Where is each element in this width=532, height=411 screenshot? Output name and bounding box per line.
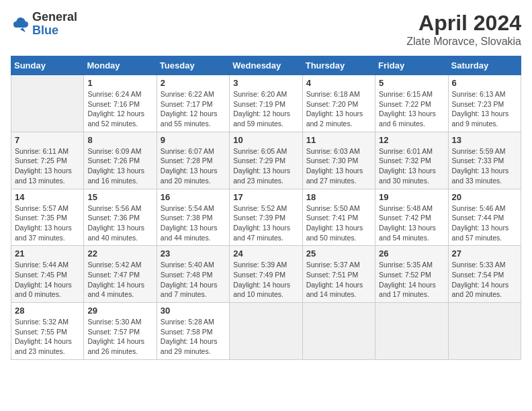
calendar-day-cell: 6Sunrise: 6:13 AMSunset: 7:23 PMDaylight… [448,75,521,132]
calendar-day-cell: 13Sunrise: 5:59 AMSunset: 7:33 PMDayligh… [448,132,521,189]
calendar-day-cell: 9Sunrise: 6:07 AMSunset: 7:28 PMDaylight… [157,132,229,189]
calendar-week-row: 1Sunrise: 6:24 AMSunset: 7:16 PMDaylight… [11,75,521,132]
day-number: 20 [452,192,517,202]
day-info: Sunrise: 5:44 AMSunset: 7:45 PMDaylight:… [15,260,80,300]
day-info: Sunrise: 5:42 AMSunset: 7:47 PMDaylight:… [87,260,152,300]
calendar-week-row: 14Sunrise: 5:57 AMSunset: 7:35 PMDayligh… [11,189,521,246]
calendar-day-cell: 19Sunrise: 5:48 AMSunset: 7:42 PMDayligh… [375,189,448,246]
day-number: 22 [87,248,152,259]
weekday-header-row: SundayMondayTuesdayWednesdayThursdayFrid… [11,56,521,75]
day-number: 23 [161,248,226,259]
day-number: 10 [233,135,298,145]
day-number: 4 [306,78,371,88]
day-info: Sunrise: 6:15 AMSunset: 7:22 PMDaylight:… [379,89,444,129]
day-info: Sunrise: 5:32 AMSunset: 7:55 PMDaylight:… [15,317,80,357]
day-number: 17 [233,192,298,202]
weekday-header-cell: Tuesday [157,56,229,75]
calendar-day-cell: 17Sunrise: 5:52 AMSunset: 7:39 PMDayligh… [230,189,302,246]
calendar-day-cell [375,303,448,360]
calendar-week-row: 28Sunrise: 5:32 AMSunset: 7:55 PMDayligh… [11,303,521,360]
day-number: 18 [306,192,371,202]
day-info: Sunrise: 5:57 AMSunset: 7:35 PMDaylight:… [15,203,80,243]
day-number: 14 [15,192,80,202]
calendar-day-cell: 1Sunrise: 6:24 AMSunset: 7:16 PMDaylight… [84,75,157,132]
day-info: Sunrise: 6:09 AMSunset: 7:26 PMDaylight:… [87,146,152,186]
calendar-day-cell: 12Sunrise: 6:01 AMSunset: 7:32 PMDayligh… [375,132,448,189]
calendar-day-cell: 10Sunrise: 6:05 AMSunset: 7:29 PMDayligh… [230,132,302,189]
logo: General Blue [11,11,77,38]
day-info: Sunrise: 6:24 AMSunset: 7:16 PMDaylight:… [87,89,152,129]
weekday-header-cell: Friday [375,56,448,75]
calendar-day-cell: 5Sunrise: 6:15 AMSunset: 7:22 PMDaylight… [375,75,448,132]
calendar-day-cell: 4Sunrise: 6:18 AMSunset: 7:20 PMDaylight… [302,75,375,132]
logo-general: General [32,11,77,24]
day-info: Sunrise: 5:35 AMSunset: 7:52 PMDaylight:… [379,260,444,300]
calendar-day-cell: 21Sunrise: 5:44 AMSunset: 7:45 PMDayligh… [11,246,84,303]
calendar-day-cell: 26Sunrise: 5:35 AMSunset: 7:52 PMDayligh… [375,246,448,303]
day-info: Sunrise: 6:11 AMSunset: 7:25 PMDaylight:… [15,146,80,186]
header: General Blue April 2024 Zlate Moravce, S… [11,11,521,48]
day-number: 1 [87,78,152,88]
weekday-header-cell: Thursday [302,56,375,75]
calendar-day-cell: 8Sunrise: 6:09 AMSunset: 7:26 PMDaylight… [84,132,157,189]
day-info: Sunrise: 5:50 AMSunset: 7:41 PMDaylight:… [306,203,371,243]
calendar-day-cell: 29Sunrise: 5:30 AMSunset: 7:57 PMDayligh… [84,303,157,360]
calendar-day-cell: 20Sunrise: 5:46 AMSunset: 7:44 PMDayligh… [448,189,521,246]
weekday-header-cell: Wednesday [230,56,302,75]
calendar-day-cell [302,303,375,360]
day-number: 3 [233,78,298,88]
calendar-day-cell: 22Sunrise: 5:42 AMSunset: 7:47 PMDayligh… [84,246,157,303]
calendar-day-cell: 28Sunrise: 5:32 AMSunset: 7:55 PMDayligh… [11,303,84,360]
day-info: Sunrise: 5:40 AMSunset: 7:48 PMDaylight:… [161,260,226,300]
day-info: Sunrise: 5:54 AMSunset: 7:38 PMDaylight:… [161,203,226,243]
calendar-body: 1Sunrise: 6:24 AMSunset: 7:16 PMDaylight… [11,75,521,360]
day-number: 26 [379,248,444,259]
day-info: Sunrise: 5:30 AMSunset: 7:57 PMDaylight:… [87,317,152,357]
day-number: 16 [161,192,226,202]
day-info: Sunrise: 5:39 AMSunset: 7:49 PMDaylight:… [233,260,298,300]
day-number: 21 [15,248,80,259]
calendar-week-row: 21Sunrise: 5:44 AMSunset: 7:45 PMDayligh… [11,246,521,303]
calendar-day-cell: 3Sunrise: 6:20 AMSunset: 7:19 PMDaylight… [230,75,302,132]
day-info: Sunrise: 5:28 AMSunset: 7:58 PMDaylight:… [161,317,226,357]
calendar-table: SundayMondayTuesdayWednesdayThursdayFrid… [11,56,521,360]
day-number: 11 [306,135,371,145]
calendar-day-cell: 15Sunrise: 5:56 AMSunset: 7:36 PMDayligh… [84,189,157,246]
logo-icon [11,15,30,34]
weekday-header-cell: Sunday [11,56,84,75]
day-number: 7 [15,135,80,145]
calendar-day-cell: 11Sunrise: 6:03 AMSunset: 7:30 PMDayligh… [302,132,375,189]
day-info: Sunrise: 5:46 AMSunset: 7:44 PMDaylight:… [452,203,517,243]
day-info: Sunrise: 6:03 AMSunset: 7:30 PMDaylight:… [306,146,371,186]
title-area: April 2024 Zlate Moravce, Slovakia [406,11,521,48]
month-title: April 2024 [406,11,521,36]
weekday-header-cell: Monday [84,56,157,75]
location-title: Zlate Moravce, Slovakia [406,36,521,48]
day-info: Sunrise: 6:20 AMSunset: 7:19 PMDaylight:… [233,89,298,129]
day-number: 9 [161,135,226,145]
logo-blue: Blue [32,24,77,38]
day-info: Sunrise: 6:13 AMSunset: 7:23 PMDaylight:… [452,89,517,129]
day-number: 6 [452,78,517,88]
calendar-day-cell: 14Sunrise: 5:57 AMSunset: 7:35 PMDayligh… [11,189,84,246]
day-number: 2 [161,78,226,88]
calendar-day-cell: 30Sunrise: 5:28 AMSunset: 7:58 PMDayligh… [157,303,229,360]
day-number: 25 [306,248,371,259]
day-number: 30 [161,306,226,316]
calendar-day-cell: 23Sunrise: 5:40 AMSunset: 7:48 PMDayligh… [157,246,229,303]
calendar-day-cell: 27Sunrise: 5:33 AMSunset: 7:54 PMDayligh… [448,246,521,303]
day-number: 8 [87,135,152,145]
day-number: 15 [87,192,152,202]
day-info: Sunrise: 6:18 AMSunset: 7:20 PMDaylight:… [306,89,371,129]
day-info: Sunrise: 5:52 AMSunset: 7:39 PMDaylight:… [233,203,298,243]
day-number: 28 [15,306,80,316]
calendar-day-cell: 25Sunrise: 5:37 AMSunset: 7:51 PMDayligh… [302,246,375,303]
day-info: Sunrise: 6:22 AMSunset: 7:17 PMDaylight:… [161,89,226,129]
day-number: 12 [379,135,444,145]
calendar-day-cell: 2Sunrise: 6:22 AMSunset: 7:17 PMDaylight… [157,75,229,132]
calendar-day-cell: 24Sunrise: 5:39 AMSunset: 7:49 PMDayligh… [230,246,302,303]
day-info: Sunrise: 6:05 AMSunset: 7:29 PMDaylight:… [233,146,298,186]
day-info: Sunrise: 6:07 AMSunset: 7:28 PMDaylight:… [161,146,226,186]
day-info: Sunrise: 5:33 AMSunset: 7:54 PMDaylight:… [452,260,517,300]
day-info: Sunrise: 5:56 AMSunset: 7:36 PMDaylight:… [87,203,152,243]
